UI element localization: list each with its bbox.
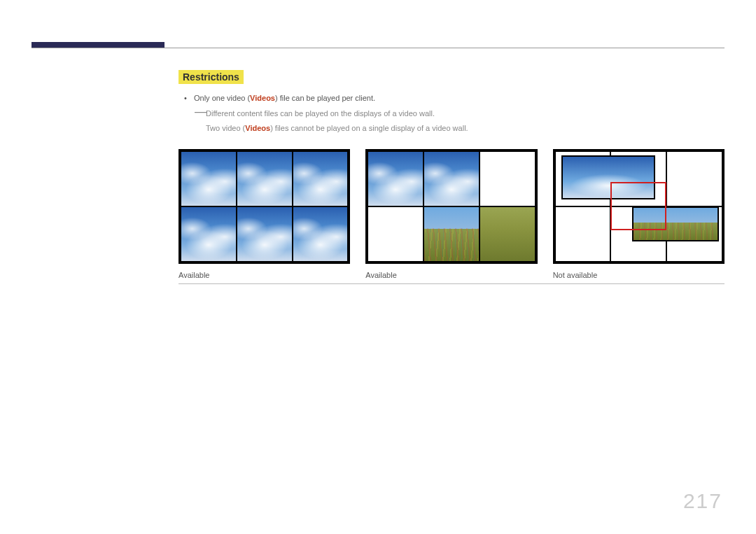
bullet-text-pre: Only one video ( xyxy=(194,94,250,102)
figure-2 xyxy=(365,149,537,264)
cell xyxy=(424,206,479,262)
note-line-2-em: Videos xyxy=(245,124,270,132)
section-title: Restrictions xyxy=(178,70,244,84)
note-line-2: Two video (Videos) files cannot be playe… xyxy=(206,122,724,134)
cell xyxy=(555,206,611,262)
cell xyxy=(368,206,424,262)
caption-2: Available xyxy=(365,271,537,279)
videowall-1 xyxy=(178,149,350,264)
note-block: ― Different content files can be played … xyxy=(194,108,724,134)
header-accent-bar xyxy=(31,42,164,48)
cell xyxy=(237,151,293,206)
caption-3: Not available xyxy=(553,271,724,279)
video-piece-sky xyxy=(561,155,655,199)
cell xyxy=(666,151,722,206)
page-number: 217 xyxy=(683,489,722,513)
cell xyxy=(181,206,237,262)
note-dash-icon: ― xyxy=(195,108,207,115)
note-line-1: Different content files can be played on… xyxy=(206,108,724,120)
cell xyxy=(181,151,237,206)
bullet-text-em: Videos xyxy=(250,94,275,102)
cell xyxy=(424,151,479,206)
restriction-bullet: Only one video (Videos) file can be play… xyxy=(184,94,724,102)
videowall-2 xyxy=(365,149,537,264)
note-line-2-pre: Two video ( xyxy=(206,124,245,132)
figure-1 xyxy=(178,149,350,264)
cell xyxy=(293,151,349,206)
header-rule xyxy=(31,48,724,48)
figures-row xyxy=(178,149,724,264)
cell xyxy=(479,151,536,206)
note-line-2-post: ) files cannot be played on a single dis… xyxy=(270,124,468,132)
cell xyxy=(368,151,424,206)
caption-1: Available xyxy=(178,271,350,279)
cell xyxy=(479,206,536,262)
cell xyxy=(237,206,293,262)
figure-3 xyxy=(553,149,724,264)
video-piece-field xyxy=(632,206,719,241)
captions-row: Available Available Not available xyxy=(178,271,724,284)
cell xyxy=(293,206,349,262)
main-content: Restrictions Only one video (Videos) fil… xyxy=(178,70,724,284)
bullet-text-post: ) file can be played per client. xyxy=(275,94,375,102)
videowall-3 xyxy=(553,149,724,264)
